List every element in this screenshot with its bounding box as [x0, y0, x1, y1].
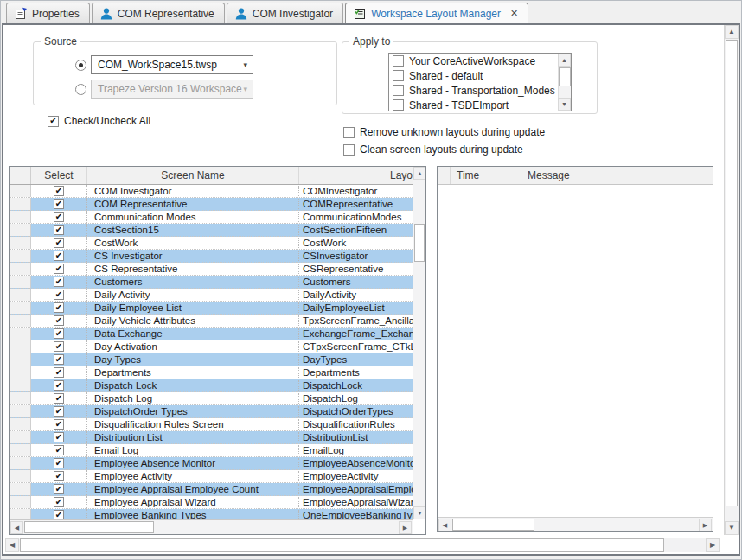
scroll-up-icon[interactable]: ▲ — [413, 167, 426, 180]
table-row[interactable]: ✔Dispatch LogDispatchLog — [10, 392, 413, 405]
row-select-checkbox[interactable]: ✔ — [54, 212, 64, 222]
scroll-down-icon[interactable]: ▼ — [725, 521, 739, 535]
table-row[interactable]: ✔Employee Appraisal Employee CountEmploy… — [10, 483, 413, 496]
row-select-checkbox[interactable]: ✔ — [54, 393, 64, 404]
row-header-cell[interactable] — [10, 302, 31, 314]
table-row[interactable]: ✔Daily Employee ListDailyEmployeeList — [10, 302, 413, 315]
table-row[interactable]: ✔CustomersCustomers — [10, 276, 413, 289]
check-uncheck-all-checkbox[interactable]: ✔ — [48, 116, 59, 127]
table-row[interactable]: ✔Daily Vehicle AttributesTpxScreenFrame_… — [10, 315, 413, 328]
apply-to-item-shared-transportation-modes[interactable]: ✔Shared - Transportation_Modes — [389, 83, 571, 98]
row-header-cell[interactable] — [10, 315, 31, 327]
scroll-right-icon[interactable]: ▶ — [399, 521, 412, 534]
row-header-cell[interactable] — [10, 250, 31, 262]
row-select-checkbox[interactable]: ✔ — [54, 186, 64, 196]
row-header-cell[interactable] — [10, 418, 31, 430]
row-header-cell[interactable] — [10, 509, 31, 519]
scrollbar-thumb[interactable] — [414, 224, 425, 262]
row-header-cell[interactable] — [10, 224, 31, 236]
row-select-checkbox[interactable]: ✔ — [54, 251, 64, 261]
column-header-message[interactable]: Message — [521, 167, 713, 184]
remove-unknown-layouts-option[interactable]: ✔ Remove unknown layouts during update — [343, 126, 545, 138]
table-row[interactable]: ✔Employee ActivityEmployeeActivity — [10, 470, 413, 483]
table-row[interactable]: ✔Employee Appraisal WizardEmployeeApprai… — [10, 496, 413, 509]
row-select-checkbox[interactable]: ✔ — [54, 238, 64, 248]
row-header-cell[interactable] — [10, 328, 31, 340]
table-row[interactable]: ✔CS InvestigatorCSInvestigator — [10, 250, 413, 263]
row-header-cell[interactable] — [10, 185, 31, 197]
apply-to-item-shared-default[interactable]: ✔Shared - default — [389, 68, 571, 83]
tab-workspace-layout-manager[interactable]: Workspace Layout Manager✕ — [345, 3, 528, 25]
row-select-checkbox[interactable]: ✔ — [54, 432, 64, 442]
scroll-down-icon[interactable]: ▼ — [558, 98, 571, 111]
row-header-cell[interactable] — [10, 289, 31, 301]
row-header-cell[interactable] — [10, 276, 31, 288]
row-header-cell[interactable] — [10, 392, 31, 404]
log-horizontal-scrollbar[interactable]: ◀ ▶ — [438, 517, 713, 531]
row-header-cell[interactable] — [10, 237, 31, 249]
table-row[interactable]: ✔CostSection15CostSectionFifteen — [10, 224, 413, 237]
tab-com-investigator[interactable]: COM Investigator — [227, 3, 343, 23]
table-row[interactable]: ✔Dispatch LockDispatchLock — [10, 379, 413, 392]
tab-properties[interactable]: Properties — [6, 3, 90, 23]
row-header-cell[interactable] — [10, 211, 31, 223]
scrollbar-thumb[interactable] — [559, 67, 571, 86]
table-row[interactable]: ✔Day TypesDayTypes — [10, 353, 413, 366]
row-select-checkbox[interactable]: ✔ — [54, 264, 64, 274]
row-select-checkbox[interactable]: ✔ — [54, 484, 64, 494]
row-select-checkbox[interactable]: ✔ — [54, 510, 64, 519]
row-select-checkbox[interactable]: ✔ — [54, 225, 64, 235]
row-select-checkbox[interactable]: ✔ — [54, 367, 64, 378]
table-row[interactable]: ✔Daily ActivityDailyActivity — [10, 289, 413, 302]
row-select-checkbox[interactable]: ✔ — [54, 277, 64, 287]
row-header-cell[interactable] — [10, 470, 31, 482]
apply-to-scrollbar[interactable]: ▲ ▼ — [558, 54, 571, 111]
grid-vertical-scrollbar[interactable]: ▲ ▼ — [413, 167, 425, 519]
table-row[interactable]: ✔CostWorkCostWork — [10, 237, 413, 250]
column-header-time[interactable]: Time — [451, 167, 521, 184]
scrollbar-thumb[interactable] — [452, 519, 534, 531]
tab-com-representative[interactable]: COM Representative — [92, 3, 225, 23]
column-header-select[interactable]: Select — [31, 167, 87, 184]
apply-to-item-your-coreactiveworkspace[interactable]: ✔Your CoreActiveWorkspace — [389, 54, 571, 68]
scroll-left-icon[interactable]: ◀ — [10, 521, 23, 534]
row-select-checkbox[interactable]: ✔ — [54, 354, 64, 365]
row-select-checkbox[interactable]: ✔ — [54, 458, 64, 468]
column-header-screen-name[interactable]: Screen Name — [87, 167, 299, 184]
scrollbar-thumb[interactable] — [24, 521, 154, 533]
row-select-checkbox[interactable]: ✔ — [54, 445, 64, 455]
row-select-checkbox[interactable]: ✔ — [54, 302, 64, 313]
table-row[interactable]: ✔Data ExchangeExchangeFrame_Exchang — [10, 328, 413, 340]
row-select-checkbox[interactable]: ✔ — [54, 471, 64, 481]
table-row[interactable]: ✔Employee Absence MonitorEmployeeAbsence… — [10, 457, 413, 470]
table-row[interactable]: ✔DispatchOrder TypesDispatchOrderTypes — [10, 405, 413, 418]
clean-screen-layouts-checkbox[interactable]: ✔ — [343, 144, 355, 156]
row-header-cell[interactable] — [10, 483, 31, 495]
source-file-combobox[interactable]: COM_WorkSpace15.twsp ▾ — [91, 55, 253, 74]
table-row[interactable]: ✔Distribution ListDistributionList — [10, 431, 413, 444]
scroll-down-icon[interactable]: ▼ — [413, 506, 426, 519]
row-select-checkbox[interactable]: ✔ — [54, 341, 64, 352]
table-row[interactable]: ✔Day ActivationCTpxScreenFrame_CTkLoa — [10, 340, 413, 353]
scroll-right-icon[interactable]: ▶ — [699, 519, 712, 531]
row-select-checkbox[interactable]: ✔ — [54, 290, 64, 300]
row-header-cell[interactable] — [10, 405, 31, 417]
source-file-radio[interactable] — [75, 60, 86, 71]
table-row[interactable]: ✔COM InvestigatorCOMInvestigator — [10, 185, 413, 198]
table-row[interactable]: ✔Email LogEmailLog — [10, 444, 413, 457]
scroll-left-icon[interactable]: ◀ — [438, 519, 451, 531]
row-header-cell[interactable] — [10, 198, 31, 210]
table-row[interactable]: ✔CS RepresentativeCSRepresentative — [10, 263, 413, 276]
row-header-cell[interactable] — [10, 263, 31, 275]
row-select-checkbox[interactable]: ✔ — [54, 497, 64, 507]
source-version-radio[interactable] — [75, 84, 86, 95]
clean-screen-layouts-option[interactable]: ✔ Clean screen layouts during update — [343, 143, 523, 156]
row-header-cell[interactable] — [10, 340, 31, 353]
row-select-checkbox[interactable]: ✔ — [54, 419, 64, 430]
row-select-checkbox[interactable]: ✔ — [54, 406, 64, 417]
main-vertical-scrollbar[interactable]: ▲ ▼ — [724, 25, 739, 535]
table-row[interactable]: ✔COM RepresentativeCOMRepresentative — [10, 198, 413, 211]
row-select-checkbox[interactable]: ✔ — [54, 199, 64, 209]
row-select-checkbox[interactable]: ✔ — [54, 315, 64, 326]
scrollbar-thumb[interactable] — [20, 538, 664, 552]
